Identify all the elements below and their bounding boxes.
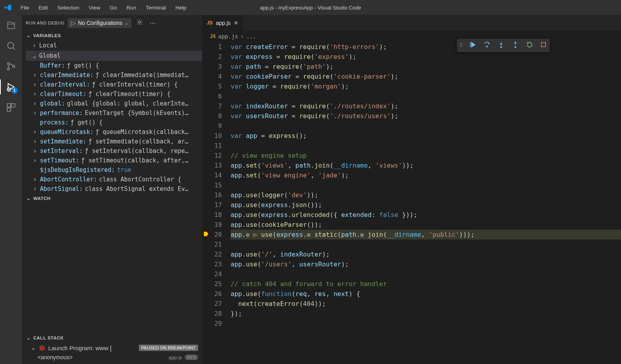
chevron-right-icon: › xyxy=(32,91,38,98)
breadcrumb[interactable]: JS app.js › ... xyxy=(202,31,621,42)
chevron-right-icon: › xyxy=(32,42,37,49)
restart-button[interactable] xyxy=(525,40,534,51)
menu-edit[interactable]: Edit xyxy=(35,3,52,12)
variable-row[interactable]: ›clearInterval: ƒ clearInterval(timer) { xyxy=(26,80,202,89)
variable-row[interactable]: Buffer: ƒ get() { xyxy=(26,61,202,70)
menu-view[interactable]: View xyxy=(85,3,104,12)
svg-point-2 xyxy=(7,68,9,70)
chevron-down-icon: ⌄ xyxy=(30,344,36,351)
svg-point-8 xyxy=(139,21,141,23)
menu-terminal[interactable]: Terminal xyxy=(142,3,170,12)
watch-section: ⌄WATCH xyxy=(22,194,202,333)
callstack-frame[interactable]: <anonymous> app.js20:5 xyxy=(22,353,202,362)
step-into-button[interactable] xyxy=(497,40,506,51)
chevron-down-icon: ⌄ xyxy=(125,21,128,26)
chevron-right-icon: › xyxy=(32,72,38,79)
chevron-right-icon: › xyxy=(32,100,38,107)
bug-icon: 🐞 xyxy=(38,344,46,351)
extensions-icon[interactable] xyxy=(6,102,17,113)
chevron-down-icon: ⌄ xyxy=(26,33,31,38)
variable-row[interactable]: ›AbortController: class AbortController … xyxy=(26,175,202,184)
variable-row[interactable]: ›performance: EventTarget {Symbol(kEvent… xyxy=(26,108,202,118)
variable-row[interactable]: ›setImmediate: ƒ setImmediate(callback, … xyxy=(26,137,202,146)
grip-icon[interactable]: ⠿ xyxy=(459,43,463,48)
more-icon[interactable]: ⋯ xyxy=(148,18,157,28)
svg-rect-12 xyxy=(541,43,546,47)
svg-point-9 xyxy=(487,46,488,47)
menu-selection[interactable]: Selection xyxy=(53,3,83,12)
svg-point-0 xyxy=(8,42,13,48)
variable-row[interactable]: ›setTimeout: ƒ setTimeout(callback, afte… xyxy=(26,156,202,165)
code-editor[interactable]: 1234567891011121314151617181920212223242… xyxy=(202,42,621,364)
svg-rect-6 xyxy=(11,104,15,107)
sidebar-header: RUN AND DEBUG ▷ No Configurations ⌄ ⋯ xyxy=(22,15,202,31)
chevron-down-icon: ⌄ xyxy=(32,52,37,59)
variable-row[interactable]: ›global: global {global: global, clearIn… xyxy=(26,99,202,108)
callstack-header[interactable]: ⌄CALL STACK xyxy=(22,333,202,343)
tab-app-js[interactable]: JS app.js ✕ xyxy=(202,15,243,31)
svg-point-1 xyxy=(7,63,9,65)
callstack-section: ⌄CALL STACK ⌄ 🐞 Launch Program: www [ PA… xyxy=(22,333,202,364)
config-name: No Configurations xyxy=(78,20,122,26)
debug-config-select[interactable]: ▷ No Configurations ⌄ xyxy=(68,18,131,28)
continue-button[interactable] xyxy=(468,40,477,51)
svg-rect-7 xyxy=(7,108,11,111)
watch-header[interactable]: ⌄WATCH xyxy=(22,194,202,203)
editor-area: JS app.js ✕ JS app.js › ... ⠿ 1234567891… xyxy=(202,15,621,364)
variable-row[interactable]: ›AbortSignal: class AbortSignal extends … xyxy=(26,184,202,194)
chevron-right-icon: › xyxy=(32,138,38,145)
menu-go[interactable]: Go xyxy=(106,3,121,12)
step-out-button[interactable] xyxy=(511,40,520,51)
variables-section: ⌄VARIABLES ›Local ⌄Global Buffer: ƒ get(… xyxy=(22,31,202,194)
status-badge: PAUSED ON BREAKPOINT xyxy=(139,345,198,351)
tab-bar: JS app.js ✕ xyxy=(202,15,621,31)
play-icon: ▷ xyxy=(71,19,76,27)
menu-run[interactable]: Run xyxy=(123,3,140,12)
chevron-right-icon: › xyxy=(32,147,38,155)
chevron-down-icon: ⌄ xyxy=(26,196,31,201)
svg-point-11 xyxy=(515,47,516,48)
variables-header[interactable]: ⌄VARIABLES xyxy=(22,31,202,40)
step-over-button[interactable] xyxy=(483,40,491,51)
debug-toolbar[interactable]: ⠿ xyxy=(457,39,550,52)
chevron-right-icon: › xyxy=(32,128,38,136)
variable-row[interactable]: $jsDebugIsRegistered: true xyxy=(26,165,202,175)
menu-bar: File Edit Selection View Go Run Terminal… xyxy=(17,3,190,12)
chevron-right-icon: › xyxy=(32,185,38,192)
search-icon[interactable] xyxy=(6,40,17,51)
explorer-icon[interactable] xyxy=(6,20,17,31)
window-title: app.js - myExpressApp - Visual Studio Co… xyxy=(260,5,361,11)
stop-button[interactable] xyxy=(540,41,547,50)
sidebar-title: RUN AND DEBUG xyxy=(26,21,64,25)
variable-row[interactable]: ›setInterval: ƒ setInterval(callback, re… xyxy=(26,146,202,156)
svg-point-3 xyxy=(12,65,14,67)
chevron-right-icon: › xyxy=(32,109,38,117)
js-file-icon: JS xyxy=(207,20,213,26)
debug-sidebar: RUN AND DEBUG ▷ No Configurations ⌄ ⋯ ⌄V… xyxy=(22,15,202,364)
debug-badge: 1 xyxy=(11,87,18,94)
js-file-icon: JS xyxy=(210,34,216,39)
variable-row[interactable]: process: ƒ get() { xyxy=(26,118,202,127)
activity-bar: 1 xyxy=(0,15,22,364)
chevron-right-icon: › xyxy=(32,81,38,88)
close-icon[interactable]: ✕ xyxy=(234,20,239,26)
source-control-icon[interactable] xyxy=(6,61,17,72)
chevron-down-icon: ⌄ xyxy=(26,335,31,341)
svg-point-10 xyxy=(501,47,502,48)
run-debug-icon[interactable]: 1 xyxy=(6,81,17,92)
menu-file[interactable]: File xyxy=(17,3,33,12)
scope-local[interactable]: ›Local xyxy=(26,40,202,51)
svg-rect-5 xyxy=(7,104,11,107)
variable-row[interactable]: ›clearTimeout: ƒ clearTimeout(timer) { xyxy=(26,89,202,99)
menu-help[interactable]: Help xyxy=(171,3,190,12)
gear-icon[interactable] xyxy=(134,17,145,29)
chevron-right-icon: › xyxy=(32,157,38,164)
chevron-right-icon: › xyxy=(32,176,38,183)
title-bar: File Edit Selection View Go Run Terminal… xyxy=(0,0,621,15)
scope-global[interactable]: ⌄Global xyxy=(26,51,202,61)
variable-row[interactable]: ›clearImmediate: ƒ clearImmediate(immedi… xyxy=(26,70,202,80)
variable-row[interactable]: ›queueMicrotask: ƒ queueMicrotask(callba… xyxy=(26,127,202,137)
vscode-logo-icon xyxy=(4,4,12,11)
callstack-program[interactable]: ⌄ 🐞 Launch Program: www [ PAUSED ON BREA… xyxy=(22,343,202,353)
